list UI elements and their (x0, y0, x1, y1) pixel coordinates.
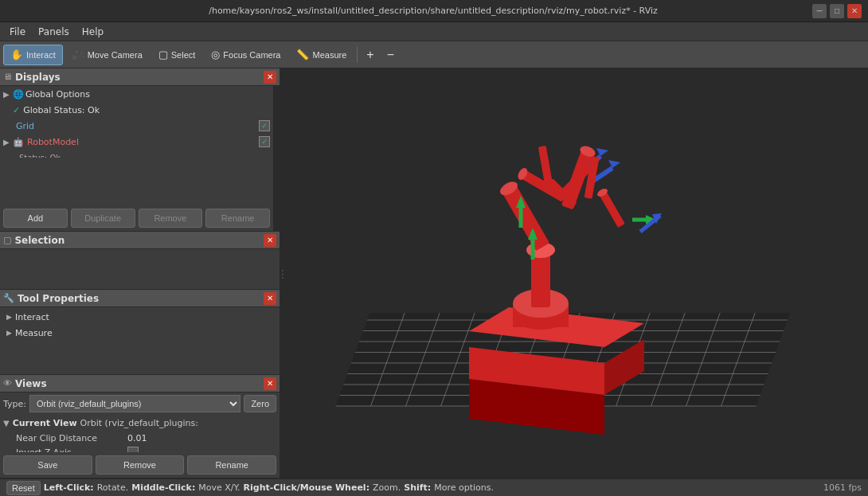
interact-expand-arrow: ▶ (6, 313, 12, 321)
displays-close-button[interactable]: ✕ (264, 71, 276, 84)
middle-click-desc: Move X/Y. (198, 482, 240, 493)
add-display-button[interactable]: Add (3, 209, 68, 228)
left-click-desc: Rotate. (97, 482, 129, 493)
toolprops-close-button[interactable]: ✕ (264, 292, 276, 305)
menu-help[interactable]: Help (76, 25, 110, 39)
tool-tree-measure[interactable]: ▶ Measure (0, 325, 280, 341)
restore-button[interactable]: □ (830, 4, 844, 18)
expand-icon2: ▶ (3, 138, 11, 146)
expand-icon: ▶ (3, 90, 11, 99)
close-button[interactable]: ✕ (847, 4, 862, 18)
displays-content: ▶ 🌐 Global Options ✓ Global Status: Ok (0, 86, 273, 231)
add-tool-button[interactable]: + (361, 45, 379, 65)
move-camera-tool-button[interactable]: 🎥 Move Camera (65, 45, 150, 65)
views-icon: 👁 (3, 378, 12, 389)
current-view-title: Current View (13, 418, 77, 428)
focus-camera-icon: ◎ (211, 49, 220, 61)
near-clip-label: Near Clip Distance (16, 433, 127, 443)
views-close-button[interactable]: ✕ (264, 377, 276, 390)
robotmodel-label: RobotModel (27, 137, 257, 147)
move-camera-icon: 🎥 (72, 49, 84, 61)
selection-area (0, 249, 280, 289)
views-title: Views (15, 378, 260, 389)
fps-counter: 1061 fps (823, 482, 862, 493)
displays-section: 🖥 Displays ✕ ▶ 🌐 Global Options (0, 68, 280, 232)
current-view-header[interactable]: ▼ Current View Orbit (rviz_default_plugi… (0, 415, 280, 431)
view-prop-invert-z: Invert Z Axis (0, 445, 280, 452)
robot-icon: 🤖 (13, 137, 24, 147)
interact-tool-label: Interact (15, 312, 49, 322)
save-view-button[interactable]: Save (3, 455, 92, 475)
tree-item-robotmodel[interactable]: ▶ 🤖 RobotModel (0, 134, 273, 150)
right-click-key: Right-Click/Mouse Wheel: (244, 482, 369, 493)
toolprops-header: 🔧 Tool Properties ✕ (0, 290, 280, 307)
svg-rect-30 (531, 252, 550, 307)
tool-tree-interact[interactable]: ▶ Interact (0, 309, 280, 325)
middle-click-key: Middle-Click: (131, 482, 195, 493)
remove-view-button[interactable]: Remove (96, 455, 185, 475)
selection-section: ▢ Selection ✕ (0, 232, 280, 290)
interact-label: Interact (26, 50, 56, 60)
global-status-label: Global Status: Ok (23, 105, 270, 115)
shift-desc: More options. (434, 482, 494, 493)
selection-icon: ▢ (3, 235, 11, 245)
global-options-label: Global Options (25, 89, 270, 100)
measure-tool-button[interactable]: 📏 Measure (289, 45, 354, 65)
rename-view-button[interactable]: Rename (187, 455, 276, 475)
view-prop-near-clip: Near Clip Distance 0.01 (0, 431, 280, 445)
main-layout: 🖥 Displays ✕ ▶ 🌐 Global Options (0, 68, 868, 478)
duplicate-display-button[interactable]: Duplicate (71, 209, 135, 228)
titlebar: /home/kayson/ros2_ws/install/untitled_de… (0, 0, 868, 22)
move-camera-label: Move Camera (88, 50, 143, 60)
select-tool-button[interactable]: ▢ Select (151, 45, 203, 65)
selection-close-button[interactable]: ✕ (264, 234, 276, 247)
measure-tool-label: Measure (15, 328, 53, 338)
interact-icon: ✋ (10, 49, 23, 61)
3d-viewport[interactable] (285, 68, 868, 478)
remove-display-button[interactable]: Remove (139, 209, 203, 228)
check-icon: ✓ (13, 105, 20, 115)
remove-tool-button[interactable]: − (381, 45, 400, 65)
views-buttons: Save Remove Rename (0, 452, 280, 478)
reset-button[interactable]: Reset (6, 481, 41, 495)
selection-header: ▢ Selection ✕ (0, 232, 280, 249)
type-label: Type: (3, 399, 26, 409)
toolprops-title: Tool Properties (18, 293, 260, 304)
measure-expand-arrow: ▶ (6, 329, 12, 337)
status-label: Status: Ok (19, 154, 270, 158)
select-label: Select (171, 50, 196, 60)
robot-scene-svg (285, 68, 868, 478)
menu-panels[interactable]: Panels (32, 25, 76, 39)
selection-title: Selection (14, 235, 260, 246)
current-view-section: ▼ Current View Orbit (rviz_default_plugi… (0, 415, 280, 452)
near-clip-value: 0.01 (127, 433, 147, 443)
views-type-select[interactable]: Orbit (rviz_default_plugins) (29, 395, 240, 412)
toolbar-separator (357, 47, 358, 63)
grid-label: Grid (16, 121, 257, 131)
global-options-icon: 🌐 (13, 89, 24, 100)
window-controls[interactable]: ─ □ ✕ (812, 4, 862, 18)
focus-camera-tool-button[interactable]: ◎ Focus Camera (204, 45, 287, 65)
tree-item-grid[interactable]: Grid (0, 118, 273, 134)
display-buttons: Add Duplicate Remove Rename (0, 205, 273, 231)
tree-item-global-options[interactable]: ▶ 🌐 Global Options (0, 86, 273, 102)
menubar: File Panels Help (0, 22, 868, 41)
focus-camera-label: Focus Camera (223, 50, 280, 60)
invert-z-checkbox[interactable] (127, 447, 139, 452)
grid-checkbox[interactable] (259, 120, 270, 131)
minimize-button[interactable]: ─ (812, 4, 827, 18)
zero-button[interactable]: Zero (244, 395, 276, 412)
tree-item-global-status[interactable]: ✓ Global Status: Ok (0, 102, 273, 118)
display-tree: ▶ 🌐 Global Options ✓ Global Status: Ok (0, 86, 273, 158)
displays-scrollbar[interactable] (273, 86, 280, 231)
shift-key: Shift: (404, 482, 431, 493)
display-empty-area (0, 158, 273, 205)
interact-tool-button[interactable]: ✋ Interact (3, 45, 63, 65)
menu-file[interactable]: File (3, 25, 32, 39)
displays-tree-container: ▶ 🌐 Global Options ✓ Global Status: Ok (0, 86, 280, 231)
robotmodel-checkbox[interactable] (259, 136, 270, 147)
displays-header: 🖥 Displays ✕ (0, 68, 280, 86)
displays-section-icon: 🖥 (3, 72, 12, 82)
tree-item-status[interactable]: Status: Ok (0, 150, 273, 158)
rename-display-button[interactable]: Rename (205, 209, 270, 228)
